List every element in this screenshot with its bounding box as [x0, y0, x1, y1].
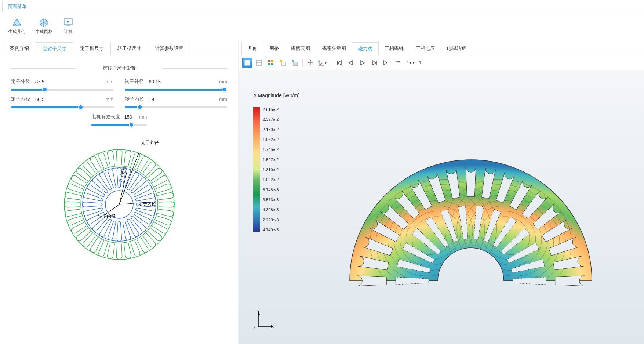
color-legend: 2.615e-2 2.397e-2 2.180e-2 1.962e-2 1.74…	[253, 107, 279, 232]
tab-flux-vector[interactable]: 磁密矢量图	[316, 42, 352, 55]
svg-marker-41	[372, 61, 376, 65]
param-rotor-outer: 转子外径 60.15 mm	[125, 78, 228, 92]
tab-flux-linkage[interactable]: 三相磁链	[378, 42, 410, 55]
first-frame-button[interactable]	[334, 58, 344, 68]
legend-value: 4.398e-3	[263, 207, 279, 212]
geometry-icon	[11, 17, 23, 27]
legend-value: 8.748e-3	[263, 188, 279, 192]
light-1-button[interactable]	[277, 58, 288, 68]
param-label: 定子内径	[11, 96, 32, 102]
field-visualization	[312, 115, 629, 307]
legend-value: 2.180e-2	[263, 127, 279, 132]
compute-icon	[62, 17, 74, 27]
svg-text:Y: Y	[257, 310, 260, 314]
slider-eff-length[interactable]	[91, 122, 147, 127]
diag-label-stator-inner: 定子内径	[138, 201, 156, 206]
svg-rect-24	[271, 63, 273, 65]
svg-rect-17	[245, 60, 250, 65]
playback-speed[interactable]: 1x▼	[407, 60, 415, 65]
loop-button[interactable]	[393, 58, 403, 68]
legend-labels: 2.615e-2 2.397e-2 2.180e-2 1.962e-2 1.74…	[263, 107, 279, 232]
diag-label-stator-outer: 定子外径	[141, 140, 159, 145]
param-unit: mm	[102, 79, 114, 84]
menu-bar: 页面菜单	[0, 0, 644, 12]
legend-colorbar	[253, 107, 260, 232]
main-toolbar: 生成几何 生成网格 计算	[0, 12, 644, 40]
compute-button[interactable]: 计算	[61, 16, 76, 36]
svg-text:Z: Z	[318, 59, 320, 62]
play-button[interactable]	[357, 58, 368, 68]
view-wireframe-button[interactable]	[254, 58, 264, 68]
param-unit: mm	[215, 79, 227, 84]
legend-value: 2.615e-2	[263, 107, 279, 112]
svg-point-1	[15, 21, 19, 25]
slider-rotor-inner[interactable]	[125, 105, 228, 110]
tab-field-lines[interactable]: 磁力线	[352, 42, 379, 55]
param-unit: mm	[102, 97, 114, 102]
tab-rotor-stator-dim[interactable]: 定转子尺寸	[36, 42, 73, 55]
param-value: 60.5	[35, 97, 99, 102]
view-solid-button[interactable]	[242, 58, 252, 68]
tab-calc-params[interactable]: 计算参数设置	[148, 42, 190, 55]
svg-point-27	[292, 60, 294, 62]
prev-frame-button[interactable]	[346, 58, 356, 68]
pan-button[interactable]	[306, 58, 316, 68]
param-eff-length: 电机有效长度 150 mm	[91, 113, 147, 127]
3d-viewport[interactable]: A Magnitude [Wb/m] 2.615e-2	[239, 70, 644, 344]
diag-label-rotor-inner: 转子内径	[98, 214, 116, 219]
tab-torque[interactable]: 电磁转矩	[441, 42, 472, 55]
legend-value: 2.223e-3	[263, 218, 279, 222]
legend-value: 1.527e-2	[263, 157, 279, 162]
axis-gizmo-button[interactable]: YXZ▼	[317, 58, 328, 68]
svg-text:X: X	[271, 324, 274, 329]
light-2-button[interactable]	[289, 58, 299, 68]
section-title: 定转子尺寸设置	[11, 65, 227, 72]
param-unit: mm	[215, 97, 227, 102]
param-value: 150	[124, 114, 132, 120]
param-value: 19	[149, 97, 213, 102]
svg-rect-28	[294, 62, 297, 66]
left-panel: 案例介绍 定转子尺寸 定子槽尺寸 转子槽尺寸 计算参数设置 定转子尺寸设置 定子…	[0, 40, 239, 344]
param-rotor-inner: 转子内径 19 mm	[125, 96, 228, 110]
slider-stator-inner[interactable]	[11, 105, 114, 110]
next-frame-button[interactable]	[369, 58, 379, 68]
legend-value: 1.962e-2	[263, 137, 279, 142]
mesh-icon	[38, 17, 50, 27]
param-value: 87.5	[35, 79, 99, 84]
param-unit: mm	[135, 114, 147, 120]
page-menu-tab[interactable]: 页面菜单	[2, 1, 32, 12]
gen-mesh-button[interactable]: 生成网格	[34, 16, 54, 36]
param-label: 定子外径	[11, 78, 32, 85]
gen-mesh-label: 生成网格	[35, 29, 53, 35]
legend-value: 6.573e-3	[263, 198, 279, 202]
tab-mesh[interactable]: 网格	[263, 42, 285, 55]
gen-geometry-button[interactable]: 生成几何	[7, 16, 27, 36]
tab-flux-contour[interactable]: 磁密云图	[285, 42, 316, 55]
svg-rect-45	[253, 107, 260, 232]
tab-case-intro[interactable]: 案例介绍	[3, 42, 36, 55]
svg-marker-39	[349, 61, 353, 65]
param-stator-outer: 定子外径 87.5 mm	[11, 78, 114, 92]
svg-point-67	[258, 326, 259, 327]
svg-line-33	[319, 62, 323, 65]
legend-value: 1.092e-2	[263, 177, 279, 182]
legend-value: 2.397e-2	[263, 117, 279, 122]
tab-voltage[interactable]: 三相电压	[410, 42, 441, 55]
right-tabs: 几何 网格 磁密云图 磁密矢量图 磁力线 三相磁链 三相电压 电磁转矩	[239, 40, 644, 55]
svg-marker-7	[67, 21, 69, 23]
param-label: 电机有效长度	[91, 113, 121, 120]
param-label: 转子内径	[125, 96, 146, 102]
gen-geometry-label: 生成几何	[8, 29, 26, 35]
frame-number: 1	[419, 60, 422, 65]
view-grid-button[interactable]	[266, 58, 276, 68]
param-stator-inner: 定子内径 60.5 mm	[11, 96, 114, 110]
slider-stator-outer[interactable]	[11, 87, 114, 92]
left-tabs: 案例介绍 定转子尺寸 定子槽尺寸 转子槽尺寸 计算参数设置	[0, 40, 238, 55]
slider-rotor-outer[interactable]	[125, 87, 228, 92]
tab-stator-slot[interactable]: 定子槽尺寸	[73, 42, 111, 55]
svg-rect-21	[268, 60, 270, 62]
tab-geometry[interactable]: 几何	[241, 42, 263, 55]
last-frame-button[interactable]	[381, 58, 391, 68]
svg-marker-40	[361, 61, 364, 65]
tab-rotor-slot[interactable]: 转子槽尺寸	[110, 42, 148, 55]
